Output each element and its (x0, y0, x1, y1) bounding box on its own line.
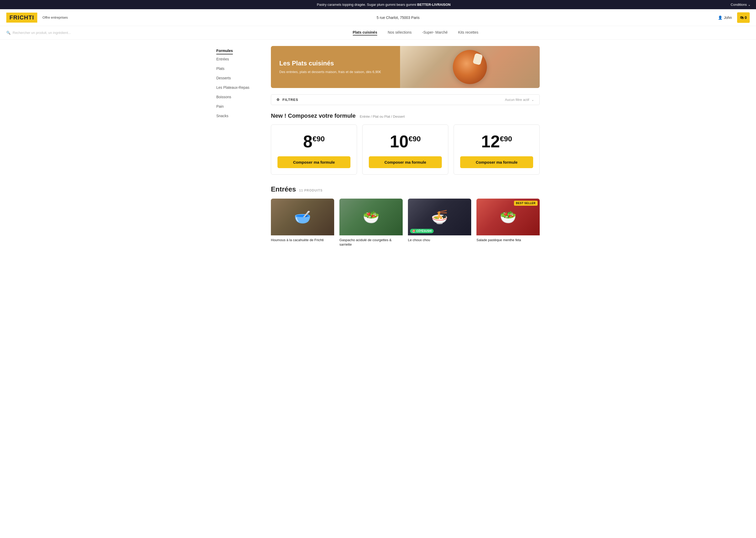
formula-options: Entrée / Plat ou Plat / Dessert (360, 115, 405, 119)
product-card-0[interactable]: 🥣 Houmous à la cacahuète de Frichti (271, 198, 334, 247)
formula-header: New ! Composez votre formule Entrée / Pl… (271, 112, 540, 119)
partner-badge-2: 🍣 CÔTÉSUSHI (410, 229, 434, 233)
sidebar-item-plats[interactable]: Plats (216, 64, 258, 73)
search-wrap[interactable]: 🔍 Rechercher un produit, un ingrédient..… (6, 31, 71, 35)
entrees-section: Entrées 11 PRODUITS 🥣 Houmous à la cacah… (271, 185, 540, 247)
hero-soup-image (453, 50, 487, 84)
product-name-0: Houmous à la cacahuète de Frichti (271, 238, 334, 242)
price-cents-1: 90 (316, 135, 325, 143)
announcement-text: Pastry caramels topping dragée. Sugar pl… (37, 3, 731, 7)
formula-title: New ! Composez votre formule (271, 112, 356, 119)
sidebar-item-snacks[interactable]: Snacks (216, 111, 258, 121)
chevron-down-icon: ⌄ (531, 98, 534, 102)
sidebar-item-pain[interactable]: Pain (216, 102, 258, 111)
price-main-2: 10 (390, 133, 408, 150)
price-cents-2: 90 (413, 135, 421, 143)
hero-title: Les Plats cuisinés (279, 60, 392, 67)
product-image-1: 🥗 (339, 198, 403, 235)
sidebar-item-formules[interactable]: Formules (216, 46, 233, 54)
price-euro-1: € (312, 135, 316, 143)
cart-count: 0 (745, 16, 747, 20)
price-cents-3: 90 (504, 135, 512, 143)
filters-bar[interactable]: ⚙ FILTRES Aucun filtre actif ⌄ (271, 94, 540, 105)
announcement-bar: Pastry caramels topping dragée. Sugar pl… (0, 0, 756, 9)
tab-plats-cuisines[interactable]: Plats cuisinés (353, 30, 377, 35)
logo[interactable]: FRICHTI (6, 13, 37, 23)
page-layout: Formules Entrées Plats Desserts Les Plat… (210, 40, 546, 247)
tab-kits-recettes[interactable]: Kits recettes (458, 30, 478, 35)
product-card-1[interactable]: 🥗 Gaspacho acidulé de courgettes & sarri… (339, 198, 403, 247)
product-card-2[interactable]: 🍜 🍣 CÔTÉSUSHI Le choux chou (408, 198, 471, 247)
filters-active-state[interactable]: Aucun filtre actif ⌄ (505, 98, 535, 102)
price-main-1: 8 (303, 133, 313, 150)
product-image-0: 🥣 (271, 198, 334, 235)
header: FRICHTI Offre entreprises 5 rue Charlot,… (0, 9, 756, 26)
filters-label: FILTRES (282, 98, 298, 102)
user-icon: 👤 (718, 16, 722, 20)
product-name-2: Le choux chou (408, 238, 471, 242)
hero-banner: Les Plats cuisinés Des entrées, plats et… (271, 46, 540, 88)
product-name-1: Gaspacho acidulé de courgettes & sarriet… (339, 238, 403, 247)
tab-nos-selections[interactable]: Nos sélections (388, 30, 412, 35)
formula-section: New ! Composez votre formule Entrée / Pl… (271, 112, 540, 175)
hero-subtitle: Des entrées, plats et desserts maison, f… (279, 70, 392, 74)
compose-button-2[interactable]: Composer ma formule (369, 156, 442, 168)
price-euro-2: € (408, 135, 413, 143)
hero-image (400, 46, 540, 88)
product-image-3: 🥗 BEST SELLER (476, 198, 540, 235)
hero-text: Les Plats cuisinés Des entrées, plats et… (271, 46, 400, 88)
main-content: Les Plats cuisinés Des entrées, plats et… (271, 46, 540, 247)
entrees-title: Entrées (271, 185, 296, 193)
sidebar-item-entrees[interactable]: Entrées (216, 54, 258, 64)
sliders-icon: ⚙ (276, 98, 280, 102)
tab-super-marche[interactable]: -Super- Marché (422, 30, 448, 35)
conditions-button[interactable]: Conditions ⌄ (731, 3, 751, 7)
product-name-3: Salade pastèque menthe feta (476, 238, 540, 242)
user-menu[interactable]: 👤 John (718, 16, 732, 20)
formula-card-1: 8€90 Composer ma formule (271, 125, 357, 175)
formula-card-2: 10€90 Composer ma formule (362, 125, 449, 175)
price-euro-3: € (500, 135, 504, 143)
chevron-down-icon: ⌄ (748, 3, 751, 7)
filters-active-text: Aucun filtre actif (505, 98, 530, 102)
compose-button-1[interactable]: Composer ma formule (277, 156, 351, 168)
best-seller-badge-3: BEST SELLER (514, 201, 538, 206)
cart-button[interactable]: 🛍 0 (737, 12, 750, 23)
filters-button[interactable]: ⚙ FILTRES (276, 98, 298, 102)
product-card-3[interactable]: 🥗 BEST SELLER Salade pastèque menthe fet… (476, 198, 540, 247)
formula-card-3: 12€90 Composer ma formule (453, 125, 540, 175)
entrees-header: Entrées 11 PRODUITS (271, 185, 540, 193)
price-display-3: 12€90 (481, 133, 512, 150)
nav-tabs: Plats cuisinés Nos sélections -Super- Ma… (81, 30, 750, 35)
search-placeholder: Rechercher un produit, un ingrédient... (13, 31, 71, 35)
offre-entreprises-link[interactable]: Offre entreprises (42, 16, 68, 20)
compose-button-3[interactable]: Composer ma formule (460, 156, 533, 168)
price-main-3: 12 (481, 133, 500, 150)
product-grid: 🥣 Houmous à la cacahuète de Frichti 🥗 Ga… (271, 198, 540, 247)
sidebar-item-boissons[interactable]: Boissons (216, 92, 258, 102)
product-image-2: 🍜 🍣 CÔTÉSUSHI (408, 198, 471, 235)
cart-icon: 🛍 (740, 16, 744, 20)
price-display-1: 8€90 (303, 133, 325, 150)
delivery-address[interactable]: 5 rue Charlot, 75003 Paris (78, 16, 718, 20)
sidebar-item-desserts[interactable]: Desserts (216, 73, 258, 83)
sidebar-item-plateaux-repas[interactable]: Les Plateaux-Repas (216, 83, 258, 92)
main-nav: 🔍 Rechercher un produit, un ingrédient..… (0, 26, 756, 40)
header-actions: 👤 John 🛍 0 (718, 12, 750, 23)
search-icon: 🔍 (6, 31, 11, 35)
price-display-2: 10€90 (390, 133, 421, 150)
sidebar: Formules Entrées Plats Desserts Les Plat… (216, 46, 258, 247)
formula-cards: 8€90 Composer ma formule 10€90 Composer … (271, 125, 540, 175)
entrees-count: 11 PRODUITS (299, 188, 323, 192)
